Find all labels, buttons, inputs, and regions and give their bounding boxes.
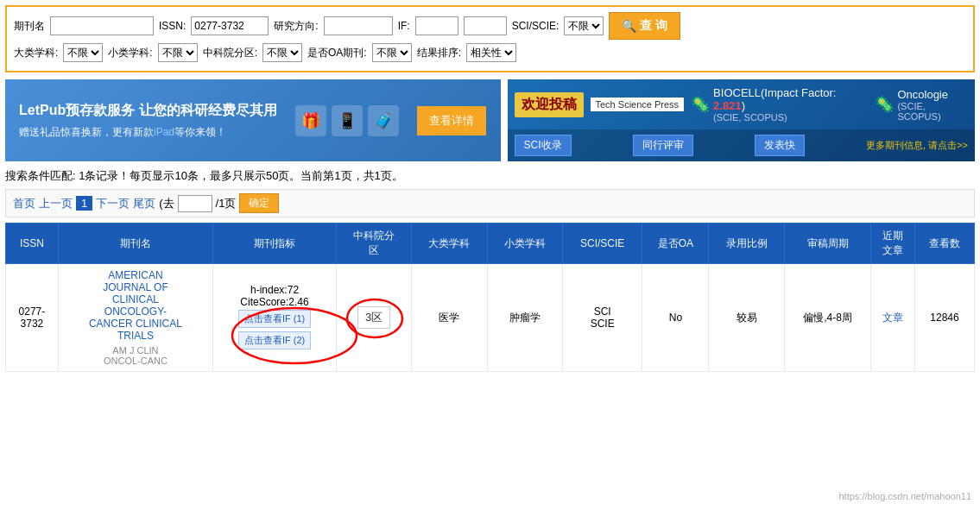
cell-oa: No <box>642 264 709 372</box>
page-goto-input[interactable] <box>178 195 212 212</box>
table-header-row: ISSN 期刊名 期刊指标 中科院分区 大类学科 小类学科 SCI/SCIE 是… <box>6 224 975 264</box>
biocell-name: BIOCELL(Impact Factor: 2.821) <box>713 86 864 112</box>
search-row-1: 期刊名 ISSN: 研究方向: IF: SCI/SCIE: 不限 🔍 查 询 <box>14 12 966 40</box>
col-acceptance: 录用比例 <box>709 224 784 264</box>
pagination: 首页 上一页 1 下一页 尾页 (去 /1页 确定 <box>5 189 975 217</box>
cell-issn: 0277-3732 <box>6 264 59 372</box>
if-buttons-container: 点击查看IF (1) 点击查看IF (2) <box>238 308 311 351</box>
ad-left-text: LetPub预存款服务 让您的科研经费尽其用 赠送礼品惊喜换新，更有新款iPad… <box>19 102 277 140</box>
cell-sci: SCISCIE <box>562 264 642 372</box>
journal-input[interactable] <box>50 16 154 35</box>
welcome-badge: 欢迎投稿 <box>515 92 584 117</box>
page-goto-label: (去 <box>159 196 174 211</box>
peer-review-tag-button[interactable]: 同行评审 <box>633 135 693 156</box>
first-page-link[interactable]: 首页 <box>13 196 35 211</box>
oncologie-name: Oncologie <box>897 88 968 101</box>
gift-icon: 🎁 <box>295 105 326 136</box>
prev-page-link[interactable]: 上一页 <box>39 196 73 211</box>
col-oa: 是否OA <box>642 224 709 264</box>
ipad-text: iPad <box>154 126 174 138</box>
cell-articles: 文章 <box>871 264 915 372</box>
col-journal-name: 期刊名 <box>58 224 212 264</box>
next-page-link[interactable]: 下一页 <box>96 196 130 211</box>
sci-tag-button[interactable]: SCI收录 <box>515 135 572 156</box>
biocell-info: BIOCELL(Impact Factor: 2.821) (SCIE, SCO… <box>713 86 864 123</box>
research-input[interactable] <box>324 16 393 35</box>
tablet-icon: 📱 <box>332 105 363 136</box>
ads-row: LetPub预存款服务 让您的科研经费尽其用 赠送礼品惊喜换新，更有新款iPad… <box>5 79 975 161</box>
result-table: ISSN 期刊名 期刊指标 中科院分区 大类学科 小类学科 SCI/SCIE 是… <box>5 223 975 372</box>
zone-container: 3区 <box>357 306 390 329</box>
tech-science-logo: Tech Science Press <box>591 98 685 111</box>
research-label: 研究方向: <box>274 19 318 34</box>
cell-metrics: h-index:72 CiteScore:2.46 点击查看IF (1) 点击查… <box>213 264 337 372</box>
oa-value: No <box>669 312 682 324</box>
if-min-input[interactable] <box>415 16 458 35</box>
table-row: 0277-3732 AMERICANJOURNAL OFCLINICALONCO… <box>6 264 975 372</box>
col-issn: ISSN <box>6 224 59 264</box>
oncologie-icon: 🦠 <box>875 95 894 114</box>
ad-right-bottom: SCI收录 同行评审 发表快 更多期刊信息, 请点击>> <box>508 129 976 161</box>
sci-value: SCISCIE <box>591 305 615 330</box>
journal-label: 期刊名 <box>14 19 45 34</box>
cite-score-value: CiteScore:2.46 <box>217 296 332 308</box>
col-metrics: 期刊指标 <box>213 224 337 264</box>
ad-right-top: 欢迎投稿 Tech Science Press 🦠 BIOCELL(Impact… <box>508 79 976 129</box>
issn-input[interactable] <box>191 16 269 35</box>
ad-icons: 🎁 📱 🧳 <box>295 105 399 136</box>
search-icon: 🔍 <box>622 19 636 33</box>
minor-label: 小类学科: <box>108 46 152 60</box>
cell-acceptance: 较易 <box>709 264 784 372</box>
cell-journal-name: AMERICANJOURNAL OFCLINICALONCOLOGY-CANCE… <box>58 264 212 372</box>
more-journals-link[interactable]: 更多期刊信息, 请点击>> <box>866 139 968 152</box>
cell-major: 医学 <box>412 264 487 372</box>
if-label: IF: <box>398 20 410 32</box>
biocell-icon: 🦠 <box>691 95 710 114</box>
journal-cards: 🦠 BIOCELL(Impact Factor: 2.821) (SCIE, S… <box>691 86 968 123</box>
cas-label: 中科院分区: <box>203 46 257 60</box>
zone-value: 3区 <box>357 306 390 329</box>
cell-review: 偏慢,4-8周 <box>784 264 871 372</box>
oa-label: 是否OA期刊: <box>307 46 367 60</box>
page-total: /1页 <box>216 196 237 211</box>
fast-publish-tag-button[interactable]: 发表快 <box>755 135 805 156</box>
sci-label: SCI/SCIE: <box>512 20 560 32</box>
minor-select[interactable]: 不限 <box>158 43 198 62</box>
journal-name-link[interactable]: AMERICANJOURNAL OFCLINICALONCOLOGY-CANCE… <box>89 269 182 342</box>
oncologie-sub: (SCIE, SCOPUS) <box>897 101 968 122</box>
sci-select[interactable]: 不限 <box>564 16 604 35</box>
ad-left-title: LetPub预存款服务 让您的科研经费尽其用 <box>19 102 277 120</box>
oa-select[interactable]: 不限 <box>372 43 412 62</box>
if2-link[interactable]: 点击查看IF (2) <box>238 331 311 349</box>
minor-subject: 肿瘤学 <box>509 312 541 324</box>
page-go-button[interactable]: 确定 <box>239 193 279 213</box>
search-button[interactable]: 🔍 查 询 <box>609 12 680 40</box>
article-link[interactable]: 文章 <box>882 312 903 324</box>
last-page-link[interactable]: 尾页 <box>133 196 155 211</box>
if1-link[interactable]: 点击查看IF (1) <box>238 310 311 328</box>
col-review: 审稿周期 <box>784 224 871 264</box>
cas-select[interactable]: 不限 <box>262 43 302 62</box>
sort-select[interactable]: 相关性 <box>466 43 516 62</box>
issn-label: ISSN: <box>159 20 186 32</box>
if-max-input[interactable] <box>464 16 507 35</box>
biocell-sub: (SCIE, SCOPUS) <box>713 112 864 123</box>
col-sci: SCI/SCIE <box>562 224 642 264</box>
current-page: 1 <box>76 196 92 211</box>
luggage-icon: 🧳 <box>368 105 399 136</box>
ad-left-subtitle: 赠送礼品惊喜换新，更有新款iPad等你来领！ <box>19 125 277 140</box>
cell-minor: 肿瘤学 <box>487 264 562 372</box>
col-major: 大类学科 <box>412 224 487 264</box>
major-label: 大类学科: <box>14 46 58 60</box>
views-value: 12846 <box>930 312 958 324</box>
search-bar: 期刊名 ISSN: 研究方向: IF: SCI/SCIE: 不限 🔍 查 询 大… <box>5 5 975 72</box>
cell-zone: 3区 <box>336 264 411 372</box>
oncologie-card: 🦠 Oncologie (SCIE, SCOPUS) <box>875 88 968 122</box>
ad-detail-button[interactable]: 查看详情 <box>417 106 486 135</box>
oncologie-info: Oncologie (SCIE, SCOPUS) <box>897 88 968 122</box>
result-summary: 搜索条件匹配: 1条记录！每页显示10条，最多只展示50页。当前第1页，共1页。 <box>5 168 975 184</box>
biocell-card: 🦠 BIOCELL(Impact Factor: 2.821) (SCIE, S… <box>691 86 864 123</box>
col-articles: 近期文章 <box>871 224 915 264</box>
major-select[interactable]: 不限 <box>63 43 103 62</box>
sort-label: 结果排序: <box>417 46 461 60</box>
